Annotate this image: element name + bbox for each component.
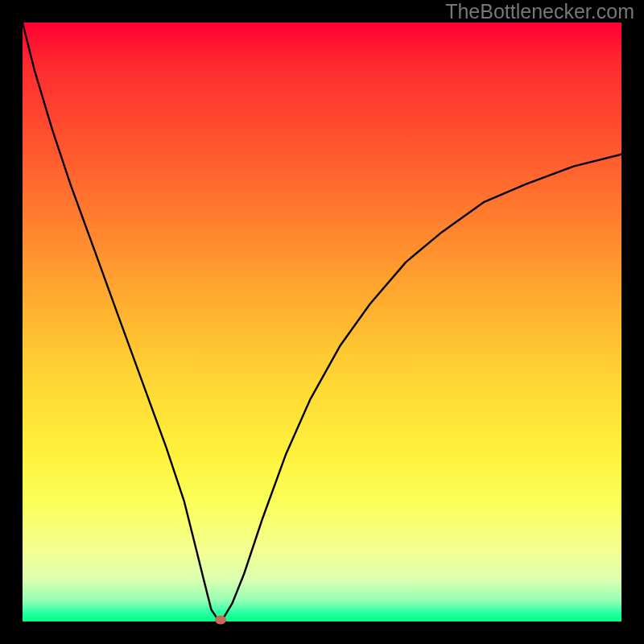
optimum-marker [215, 615, 226, 624]
bottleneck-curve [23, 23, 621, 621]
watermark-text: TheBottlenecker.com [445, 0, 634, 23]
chart-frame: TheBottlenecker.com [0, 0, 644, 644]
